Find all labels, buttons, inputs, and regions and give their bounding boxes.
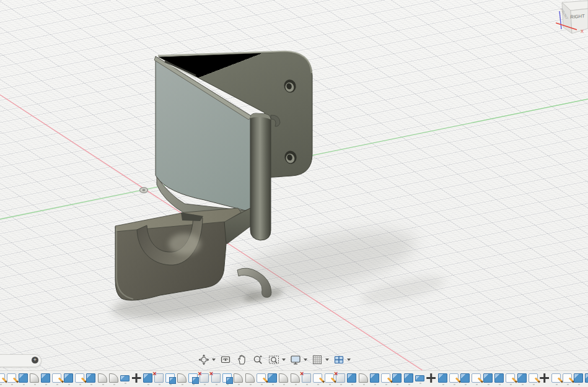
timeline-feature-error[interactable] — [336, 373, 345, 383]
timeline-feature-combine[interactable] — [188, 373, 198, 383]
timeline-feature-extrude[interactable] — [404, 373, 413, 383]
timeline-feature-extrude[interactable] — [483, 373, 493, 383]
timeline-feature-error[interactable] — [200, 373, 209, 383]
collapsed-panel: + — [0, 354, 42, 367]
timeline-feature-sketch[interactable] — [257, 373, 266, 383]
timeline-feature-error[interactable] — [211, 373, 221, 383]
timeline-feature-extrude[interactable] — [585, 373, 588, 383]
timeline-feature-fillet[interactable] — [234, 373, 243, 383]
origin-marker[interactable] — [140, 188, 148, 193]
timeline-feature-sketch[interactable] — [52, 373, 61, 383]
timeline-feature-sketch[interactable] — [75, 373, 84, 383]
timeline-feature-combine[interactable] — [165, 373, 175, 383]
timeline-feature-extrude[interactable] — [392, 373, 402, 383]
viewport-3d[interactable]: RIGHT FRONT X — [0, 0, 588, 370]
display-settings-icon[interactable] — [289, 354, 302, 366]
timeline-feature-fillet[interactable] — [109, 373, 118, 383]
timeline-feature-sketch[interactable] — [506, 373, 515, 383]
timeline-feature-fillet[interactable] — [245, 373, 255, 383]
timeline-feature-error[interactable] — [302, 373, 311, 383]
timeline-track — [0, 371, 588, 383]
viewports-dropdown-caret[interactable] — [347, 359, 351, 361]
display-settings-dropdown-caret[interactable] — [304, 359, 307, 361]
orbit-icon[interactable] — [198, 354, 210, 366]
look-at-icon[interactable] — [219, 354, 232, 366]
fit-icon[interactable] — [268, 354, 280, 366]
view-cube-z-axis — [559, 11, 561, 29]
timeline-feature-sketch[interactable] — [529, 373, 538, 383]
timeline-feature-fillet[interactable] — [291, 373, 300, 383]
timeline-feature-combine[interactable] — [222, 373, 232, 383]
timeline-feature-extrude[interactable] — [19, 373, 28, 383]
timeline-feature-extrude[interactable] — [268, 373, 277, 383]
model-scene — [0, 0, 588, 370]
timeline-feature-press[interactable] — [120, 375, 129, 381]
timeline-feature-extrude[interactable] — [517, 373, 527, 383]
timeline-feature-extrude[interactable] — [143, 373, 152, 383]
timeline-feature-extrude[interactable] — [370, 373, 379, 383]
grid-and-snaps-dropdown-caret[interactable] — [325, 359, 329, 361]
timeline-feature-extrude[interactable] — [494, 373, 504, 383]
timeline-feature-fillet[interactable] — [98, 373, 107, 383]
view-cube-x-label: X — [581, 28, 584, 34]
timeline-feature-press[interactable] — [415, 375, 424, 381]
timeline-bar — [0, 370, 588, 387]
timeline-feature-fillet[interactable] — [30, 373, 39, 383]
timeline-feature-sketch[interactable] — [551, 373, 561, 383]
fin-edge-bar — [250, 113, 271, 240]
timeline-feature-move[interactable] — [132, 373, 141, 383]
timeline-feature-move[interactable] — [426, 373, 436, 383]
timeline-feature-extrude[interactable] — [574, 373, 583, 383]
timeline-feature-sketch[interactable] — [563, 373, 572, 383]
fit-dropdown-caret[interactable] — [282, 359, 286, 361]
timeline-feature-sketch[interactable] — [381, 373, 390, 383]
view-cube[interactable]: RIGHT FRONT X — [556, 0, 588, 38]
timeline-feature-sketch[interactable] — [313, 373, 322, 383]
timeline-feature-fillet[interactable] — [279, 373, 288, 383]
timeline-feature-extrude[interactable] — [460, 373, 470, 383]
timeline-feature-fillet[interactable] — [177, 373, 186, 383]
zoom-icon[interactable] — [252, 354, 264, 366]
view-cube-right-face[interactable] — [571, 9, 588, 33]
timeline-feature-sketch[interactable] — [449, 373, 459, 383]
bowl-highlight — [169, 233, 201, 254]
timeline-feature-extrude[interactable] — [347, 373, 356, 383]
timeline-feature-error[interactable] — [154, 373, 164, 383]
timeline-feature-extrude[interactable] — [86, 373, 95, 383]
viewports-icon[interactable] — [333, 354, 345, 366]
pan-icon[interactable] — [235, 354, 248, 366]
view-cube-right-label: RIGHT — [570, 13, 585, 20]
timeline-feature-sketch[interactable] — [0, 373, 5, 383]
timeline-feature-move[interactable] — [540, 373, 549, 383]
orbit-dropdown-caret[interactable] — [212, 359, 216, 361]
timeline-feature-sketch[interactable] — [7, 373, 16, 383]
expand-button[interactable]: + — [32, 357, 38, 363]
timeline-feature-extrude[interactable] — [41, 373, 50, 383]
timeline-feature-extrude[interactable] — [438, 373, 447, 383]
timeline-feature-fillet[interactable] — [359, 373, 368, 383]
timeline-feature-sketch[interactable] — [472, 373, 481, 383]
navigation-toolbar — [198, 354, 351, 366]
grid-and-snaps-icon[interactable] — [311, 354, 323, 366]
timeline-feature-extrude[interactable] — [64, 373, 73, 383]
timeline-feature-sketch[interactable] — [325, 373, 334, 383]
